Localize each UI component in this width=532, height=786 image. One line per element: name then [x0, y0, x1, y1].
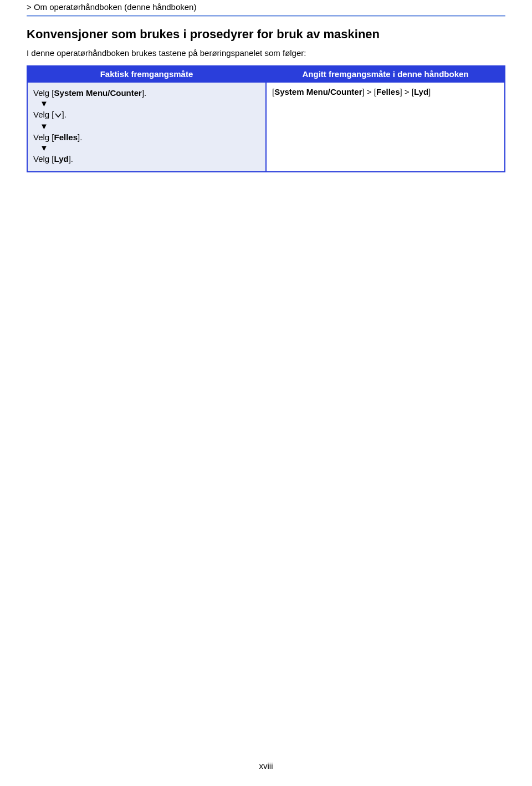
intro-text: I denne operatørhåndboken brukes tastene… [27, 48, 505, 58]
page-title: Konvensjoner som brukes i prosedyrer for… [27, 27, 505, 42]
step-text: ]. [142, 88, 146, 98]
step-bold: System Menu/Counter [54, 88, 142, 98]
arrow-down-icon: ▼ [33, 99, 260, 109]
step-4: Velg [Lyd]. [33, 153, 260, 165]
rc-bold: System Menu/Counter [274, 87, 362, 96]
step-2: Velg []. [33, 109, 260, 121]
rc-bold: Felles [376, 87, 400, 96]
step-bold: Lyd [54, 154, 69, 164]
col-header-actual: Faktisk fremgangsmåte [27, 66, 266, 82]
step-text: ]. [69, 154, 73, 164]
procedure-table: Faktisk fremgangsmåte Angitt fremgangsmå… [27, 65, 505, 172]
rc-bold: Lyd [414, 87, 428, 96]
arrow-down-icon: ▼ [33, 143, 260, 153]
step-text: Velg [ [33, 132, 54, 142]
page-number: xviii [0, 761, 532, 770]
step-bold: Felles [54, 132, 78, 142]
step-text: Velg [ [33, 110, 54, 119]
divider [27, 15, 505, 17]
col-header-shown: Angitt fremgangsmåte i denne håndboken [266, 66, 505, 82]
cell-actual-procedure: Velg [System Menu/Counter]. ▼ Velg []. ▼… [27, 82, 266, 172]
rc-text: ] > [ [362, 87, 376, 96]
arrow-down-icon: ▼ [33, 121, 260, 131]
step-text: Velg [ [33, 88, 54, 98]
chevron-down-icon [54, 110, 62, 121]
table-row: Velg [System Menu/Counter]. ▼ Velg []. ▼… [27, 82, 505, 172]
step-text: Velg [ [33, 154, 54, 164]
cell-shown-procedure: [System Menu/Counter] > [Felles] > [Lyd] [266, 82, 505, 172]
rc-text: ] > [ [400, 87, 414, 96]
step-3: Velg [Felles]. [33, 131, 260, 143]
step-text: ]. [78, 132, 82, 142]
step-1: Velg [System Menu/Counter]. [33, 87, 260, 99]
rc-text: ] [428, 87, 431, 96]
breadcrumb: > Om operatørhåndboken (denne håndboken) [27, 0, 505, 15]
step-text: ]. [62, 110, 66, 119]
